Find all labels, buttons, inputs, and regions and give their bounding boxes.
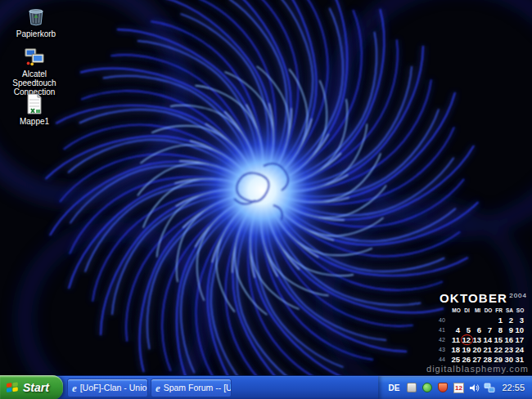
system-tray: DE 12 22:55: [378, 376, 532, 399]
calendar-day-header: DO: [483, 307, 494, 316]
calendar-day: 15: [494, 335, 504, 345]
calendar-day: 16: [504, 335, 515, 345]
calendar-week-number: 41: [439, 325, 451, 335]
recycle-bin-icon: [24, 4, 48, 29]
wallpaper-calendar: OKTOBER 2004 MODIMIDOFRSASO4012341456789…: [439, 291, 528, 365]
calendar-day: 1: [494, 316, 504, 325]
calendar-day: 9: [504, 325, 515, 335]
dialup-connection-icon: [22, 44, 47, 69]
network-icon[interactable]: [484, 382, 495, 393]
start-button[interactable]: Start: [0, 375, 63, 399]
taskbar: Start e [UoF]-Clan - Union of... e Spam …: [0, 375, 532, 399]
start-label: Start: [23, 381, 49, 394]
calendar-day: 19: [462, 345, 472, 355]
messenger-icon[interactable]: [422, 382, 433, 393]
calendar-day: 22: [494, 345, 504, 355]
volume-icon[interactable]: [468, 382, 480, 393]
calendar-corner: [439, 307, 451, 316]
calendar-day: 20: [472, 345, 483, 355]
antivirus-shield-icon[interactable]: [437, 382, 449, 393]
calendar-day-header: SA: [504, 307, 515, 316]
calendar-day: [462, 316, 472, 325]
window-title: [UoF]-Clan - Union of...: [80, 383, 148, 392]
desktop-icon-label: Papierkorb: [16, 29, 56, 38]
calendar-day: 7: [483, 325, 494, 335]
calendar-day: 24: [515, 345, 525, 355]
tray-app-icon[interactable]: [406, 382, 417, 393]
calendar-day: 10: [515, 325, 525, 335]
desktop-icon-label: Mappe1: [20, 117, 49, 126]
calendar-day-header: FR: [494, 307, 504, 316]
calendar-day: 21: [483, 345, 494, 355]
internet-explorer-icon: e: [156, 383, 160, 393]
calendar-month: OKTOBER: [440, 291, 507, 305]
calendar-day: [483, 316, 494, 325]
calendar-year: 2004: [509, 292, 527, 299]
calendar-day: 6: [472, 325, 483, 335]
calendar-week-number: 42: [439, 335, 451, 345]
taskbar-clock[interactable]: 22:55: [502, 383, 525, 392]
calendar-day: 2: [504, 316, 515, 325]
taskbar-window-buttons: e [UoF]-Clan - Union of... e Spam Forum …: [67, 379, 232, 397]
desktop: Papierkorb Alcatel Speedtouch Connection: [0, 0, 532, 399]
window-title: Spam Forum -- [UoF]-...: [164, 383, 232, 392]
calendar-day: [451, 316, 462, 325]
wallpaper-watermark: digitalblasphemy.com: [426, 364, 529, 374]
calendar-title: OKTOBER 2004: [439, 291, 528, 305]
calendar-day: 14: [483, 335, 494, 345]
internet-explorer-icon: e: [72, 383, 77, 393]
excel-workbook-icon: [22, 92, 47, 116]
calendar-day: 23: [504, 345, 515, 355]
desktop-icon-recycle-bin[interactable]: Papierkorb: [2, 4, 70, 38]
desktop-icon-mappe1[interactable]: Mappe1: [0, 92, 69, 126]
taskbar-button-uof-clan[interactable]: e [UoF]-Clan - Union of...: [67, 379, 148, 397]
calendar-day-header: MO: [451, 307, 462, 316]
calendar-day: 3: [515, 316, 525, 325]
windows-flag-icon: [6, 382, 19, 393]
calendar-week-number: 40: [439, 316, 451, 325]
calendar-day: 13: [472, 335, 483, 345]
calendar-week-number: 43: [439, 345, 451, 355]
language-indicator[interactable]: DE: [386, 383, 403, 393]
calendar-day-header: MI: [472, 307, 483, 316]
calendar-day: 12: [462, 335, 472, 345]
calendar-day: 18: [451, 345, 462, 355]
calendar-day: [472, 316, 483, 325]
calendar-day: 4: [451, 325, 462, 335]
desktop-icon-alcatel-connection[interactable]: Alcatel Speedtouch Connection: [0, 44, 69, 96]
calendar-day-header: SO: [515, 307, 525, 316]
calendar-grid: MODIMIDOFRSASO40123414567891042111213141…: [439, 307, 528, 365]
calendar-day-header: DI: [462, 307, 472, 316]
date-badge-icon[interactable]: 12: [453, 382, 464, 393]
calendar-day: 17: [515, 335, 525, 345]
calendar-day: 8: [494, 325, 504, 335]
taskbar-button-spam-forum[interactable]: e Spam Forum -- [UoF]-...: [151, 379, 232, 397]
